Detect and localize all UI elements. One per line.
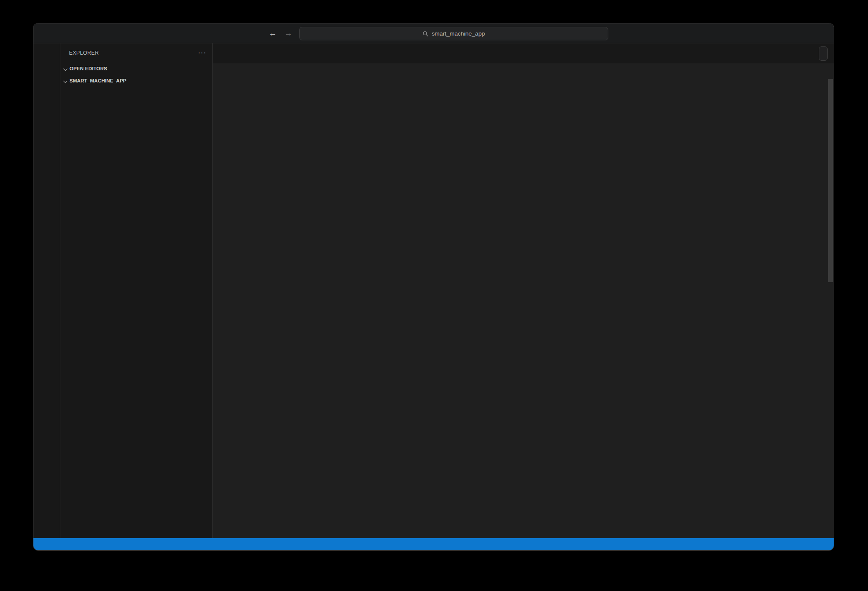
chevron-down-icon: [63, 66, 68, 71]
code-editor[interactable]: [213, 78, 834, 538]
window-controls: [41, 30, 65, 36]
activity-bar: [33, 43, 60, 538]
breadcrumb: [213, 63, 834, 78]
section-project-root[interactable]: SMART_MACHINE_APP: [60, 75, 212, 87]
command-center-search[interactable]: smart_machine_app: [299, 27, 608, 40]
zoom-window-button[interactable]: [59, 30, 65, 36]
history-back-button[interactable]: ←: [266, 27, 279, 39]
vscode-window: ← → smart_machine_app EXPLORER ··· OPEN …: [33, 23, 834, 550]
titlebar: ← → smart_machine_app: [33, 23, 834, 43]
history-forward-button[interactable]: →: [282, 27, 295, 39]
section-open-editors[interactable]: OPEN EDITORS: [60, 62, 212, 75]
minimize-window-button[interactable]: [50, 30, 56, 36]
explorer-actions-button[interactable]: ···: [198, 49, 206, 57]
editor-scrollbar[interactable]: [827, 78, 834, 538]
debug-toolbar: [819, 46, 828, 61]
status-bar: [33, 538, 834, 550]
chevron-down-icon: [63, 79, 68, 83]
search-icon: [422, 31, 429, 37]
explorer-sidebar: EXPLORER ··· OPEN EDITORS SMART_MACHINE_…: [60, 43, 213, 538]
search-value: smart_machine_app: [432, 30, 485, 37]
minimap[interactable]: [762, 79, 827, 538]
scrollbar-thumb[interactable]: [828, 79, 833, 282]
editor-group: [213, 43, 834, 538]
tab-bar: [213, 43, 834, 63]
sidebar-title: EXPLORER: [69, 50, 99, 56]
close-window-button[interactable]: [41, 30, 47, 36]
